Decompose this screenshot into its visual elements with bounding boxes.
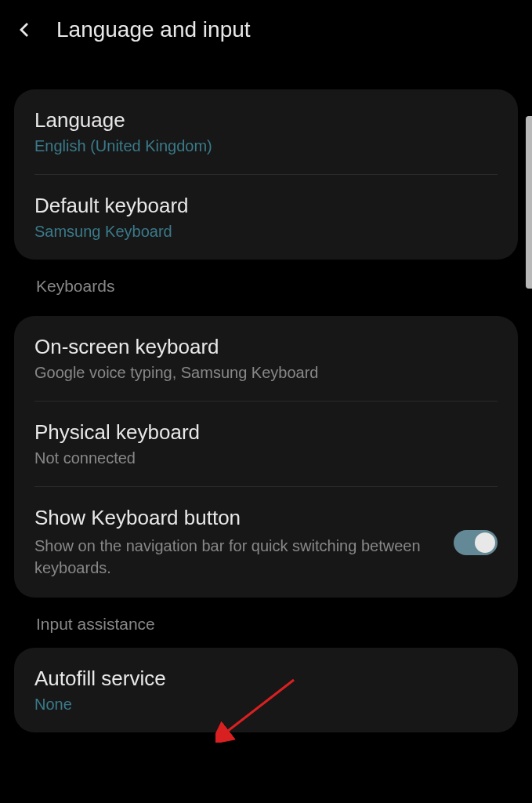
- default-keyboard-item[interactable]: Default keyboard Samsung Keyboard: [14, 175, 518, 260]
- content: Language English (United Kingdom) Defaul…: [0, 89, 532, 732]
- autofill-title: Autofill service: [34, 667, 498, 691]
- onscreen-keyboard-title: On-screen keyboard: [34, 335, 498, 359]
- show-keyboard-button-desc: Show on the navigation bar for quick swi…: [34, 535, 438, 579]
- language-item[interactable]: Language English (United Kingdom): [14, 89, 518, 174]
- card-input-assistance: Autofill service None: [14, 648, 518, 732]
- default-keyboard-value: Samsung Keyboard: [34, 223, 498, 241]
- keyboards-section-header: Keyboards: [14, 260, 518, 300]
- physical-keyboard-value: Not connected: [34, 449, 498, 467]
- toggle-knob: [475, 532, 495, 553]
- onscreen-keyboard-item[interactable]: On-screen keyboard Google voice typing, …: [14, 316, 518, 401]
- default-keyboard-title: Default keyboard: [34, 194, 498, 218]
- language-value: English (United Kingdom): [34, 137, 498, 155]
- input-assistance-section-header: Input assistance: [14, 598, 518, 638]
- back-icon[interactable]: [16, 20, 34, 39]
- physical-keyboard-title: Physical keyboard: [34, 420, 498, 445]
- card-keyboards: On-screen keyboard Google voice typing, …: [14, 316, 518, 598]
- show-keyboard-button-title: Show Keyboard button: [34, 506, 438, 530]
- scrollbar[interactable]: [526, 116, 532, 289]
- show-keyboard-button-item[interactable]: Show Keyboard button Show on the navigat…: [14, 487, 518, 598]
- card-language: Language English (United Kingdom) Defaul…: [14, 89, 518, 260]
- show-keyboard-button-text: Show Keyboard button Show on the navigat…: [34, 506, 454, 579]
- show-keyboard-toggle[interactable]: [454, 530, 498, 555]
- autofill-value: None: [34, 696, 498, 714]
- physical-keyboard-item[interactable]: Physical keyboard Not connected: [14, 402, 518, 486]
- page-title: Language and input: [56, 17, 251, 42]
- onscreen-keyboard-value: Google voice typing, Samsung Keyboard: [34, 364, 498, 382]
- header: Language and input: [0, 0, 532, 60]
- autofill-service-item[interactable]: Autofill service None: [14, 648, 518, 732]
- language-title: Language: [34, 108, 498, 133]
